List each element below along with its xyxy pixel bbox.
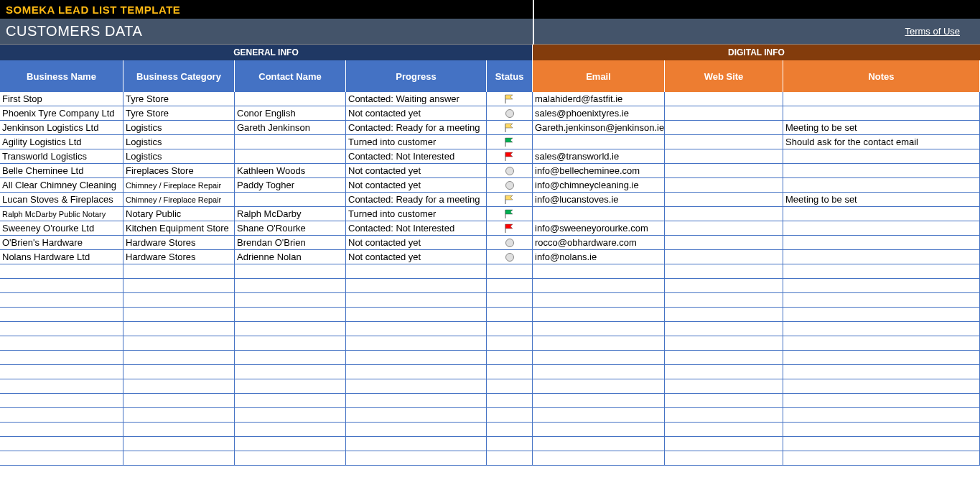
cell-website[interactable] [665, 193, 783, 206]
cell-contact-name[interactable]: Shane O'Rourke [235, 221, 346, 235]
table-row-empty[interactable] [0, 451, 980, 466]
cell-notes[interactable] [783, 250, 980, 264]
cell-progress[interactable]: Contacted: Not Interested [346, 221, 487, 235]
cell-empty[interactable] [665, 264, 783, 278]
cell-contact-name[interactable]: Paddy Togher [235, 178, 346, 192]
cell-empty[interactable] [123, 322, 235, 336]
cell-empty[interactable] [665, 394, 783, 407]
cell-empty[interactable] [783, 423, 980, 436]
cell-empty[interactable] [0, 394, 123, 407]
cell-status[interactable] [487, 164, 533, 177]
cell-empty[interactable] [783, 293, 980, 307]
cell-notes[interactable] [783, 178, 980, 192]
cell-empty[interactable] [235, 408, 346, 422]
cell-business-category[interactable]: Tyre Store [123, 92, 235, 106]
cell-empty[interactable] [235, 437, 346, 451]
cell-empty[interactable] [533, 451, 665, 465]
col-email[interactable]: Email [533, 60, 665, 92]
cell-empty[interactable] [487, 394, 533, 407]
table-row[interactable]: Ralph McDarby Public NotaryNotary Public… [0, 207, 980, 221]
cell-empty[interactable] [123, 308, 235, 321]
cell-empty[interactable] [346, 279, 487, 292]
terms-link[interactable]: Terms of Use [905, 26, 960, 37]
cell-business-name[interactable]: Jenkinson Logistics Ltd [0, 121, 123, 134]
cell-business-name[interactable]: Transworld Logistics [0, 149, 123, 163]
cell-empty[interactable] [487, 423, 533, 436]
cell-website[interactable] [665, 250, 783, 264]
cell-empty[interactable] [346, 423, 487, 436]
cell-notes[interactable]: Should ask for the contact email [783, 135, 980, 149]
cell-empty[interactable] [0, 322, 123, 336]
cell-status[interactable] [487, 121, 533, 134]
table-row-empty[interactable] [0, 365, 980, 379]
cell-empty[interactable] [235, 279, 346, 292]
cell-business-category[interactable]: Notary Public [123, 207, 235, 221]
cell-email[interactable]: info@sweeneyorourke.com [533, 221, 665, 235]
cell-empty[interactable] [533, 308, 665, 321]
cell-notes[interactable] [783, 106, 980, 120]
table-row[interactable]: Agility Logistics LtdLogisticsTurned int… [0, 135, 980, 149]
cell-business-category[interactable]: Logistics [123, 135, 235, 149]
table-row[interactable]: First StopTyre StoreContacted: Waiting a… [0, 92, 980, 106]
col-business-name[interactable]: Business Name [0, 60, 123, 92]
cell-empty[interactable] [123, 394, 235, 407]
cell-contact-name[interactable]: Brendan O'Brien [235, 236, 346, 249]
cell-empty[interactable] [533, 322, 665, 336]
table-row-empty[interactable] [0, 308, 980, 322]
cell-empty[interactable] [487, 264, 533, 278]
cell-empty[interactable] [783, 437, 980, 451]
cell-empty[interactable] [235, 423, 346, 436]
table-row-empty[interactable] [0, 437, 980, 451]
cell-empty[interactable] [533, 379, 665, 393]
cell-notes[interactable]: Meeting to be set [783, 193, 980, 206]
cell-empty[interactable] [235, 264, 346, 278]
cell-empty[interactable] [533, 437, 665, 451]
cell-empty[interactable] [235, 451, 346, 465]
table-row-empty[interactable] [0, 264, 980, 279]
cell-empty[interactable] [0, 308, 123, 321]
cell-empty[interactable] [783, 379, 980, 393]
cell-business-category[interactable]: Chimney / Fireplace Repair [123, 193, 235, 206]
cell-empty[interactable] [665, 336, 783, 350]
cell-business-category[interactable]: Chimney / Fireplace Repair [123, 178, 235, 192]
cell-contact-name[interactable] [235, 193, 346, 206]
cell-empty[interactable] [346, 379, 487, 393]
cell-empty[interactable] [783, 322, 980, 336]
cell-progress[interactable]: Turned into customer [346, 207, 487, 221]
cell-email[interactable] [533, 207, 665, 221]
cell-progress[interactable]: Contacted: Ready for a meeting [346, 121, 487, 134]
cell-empty[interactable] [487, 336, 533, 350]
cell-empty[interactable] [123, 264, 235, 278]
cell-empty[interactable] [123, 451, 235, 465]
cell-business-name[interactable]: Belle Cheminee Ltd [0, 164, 123, 177]
cell-contact-name[interactable]: Gareth Jenkinson [235, 121, 346, 134]
cell-website[interactable] [665, 207, 783, 221]
cell-empty[interactable] [665, 379, 783, 393]
cell-website[interactable] [665, 106, 783, 120]
cell-empty[interactable] [487, 293, 533, 307]
cell-business-name[interactable]: Ralph McDarby Public Notary [0, 207, 123, 221]
cell-contact-name[interactable]: Ralph McDarby [235, 207, 346, 221]
cell-notes[interactable] [783, 207, 980, 221]
cell-email[interactable]: Gareth.jenkinson@jenkinson.ie [533, 121, 665, 134]
cell-empty[interactable] [0, 423, 123, 436]
cell-progress[interactable]: Contacted: Not Interested [346, 149, 487, 163]
cell-notes[interactable] [783, 92, 980, 106]
cell-empty[interactable] [346, 437, 487, 451]
cell-empty[interactable] [0, 279, 123, 292]
cell-empty[interactable] [533, 365, 665, 379]
cell-business-name[interactable]: Lucan Stoves & Fireplaces [0, 193, 123, 206]
cell-website[interactable] [665, 121, 783, 134]
cell-empty[interactable] [235, 351, 346, 364]
cell-contact-name[interactable] [235, 149, 346, 163]
cell-email[interactable]: info@bellecheminee.com [533, 164, 665, 177]
cell-website[interactable] [665, 135, 783, 149]
cell-progress[interactable]: Contacted: Waiting answer [346, 92, 487, 106]
cell-empty[interactable] [665, 351, 783, 364]
cell-email[interactable]: malahiderd@fastfit.ie [533, 92, 665, 106]
cell-empty[interactable] [665, 437, 783, 451]
cell-empty[interactable] [487, 365, 533, 379]
cell-empty[interactable] [783, 408, 980, 422]
cell-email[interactable]: rocco@obhardware.com [533, 236, 665, 249]
cell-empty[interactable] [665, 322, 783, 336]
